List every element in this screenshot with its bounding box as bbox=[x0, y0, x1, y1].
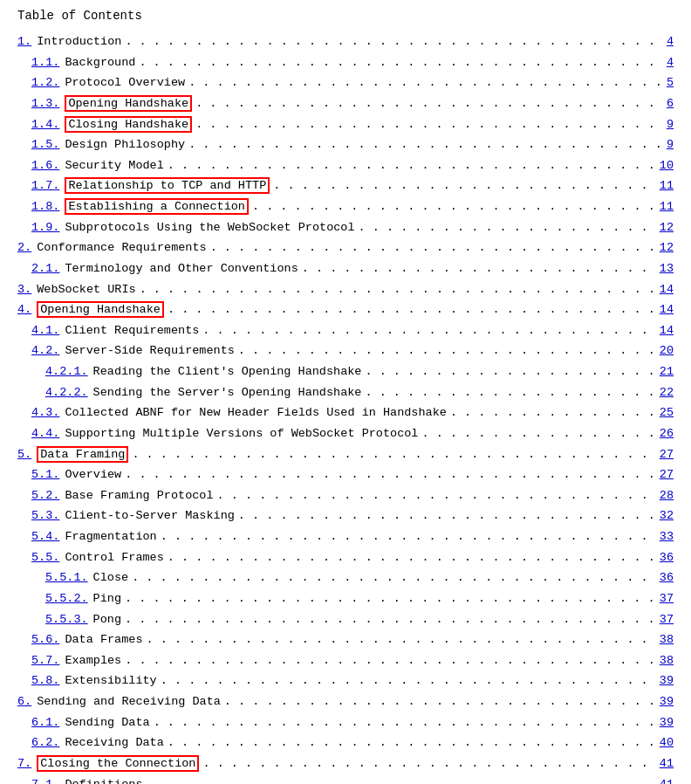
toc-number[interactable]: 1.2. bbox=[31, 72, 59, 93]
toc-number[interactable]: 4.2.1. bbox=[45, 361, 88, 382]
toc-page[interactable]: 14 bbox=[660, 299, 674, 320]
toc-number[interactable]: 5.4. bbox=[31, 526, 59, 547]
toc-page[interactable]: 41 bbox=[660, 774, 674, 785]
toc-number[interactable]: 4.1. bbox=[31, 320, 59, 341]
toc-number[interactable]: 1.9. bbox=[31, 217, 59, 238]
toc-page[interactable]: 10 bbox=[660, 155, 674, 176]
toc-row: 6.2.Receiving Data . . . . . . . . . . .… bbox=[17, 732, 674, 753]
toc-row: 6.Sending and Receiving Data . . . . . .… bbox=[17, 691, 674, 712]
toc-page[interactable]: 14 bbox=[660, 279, 674, 300]
toc-label: Subprotocols Using the WebSocket Protoco… bbox=[65, 217, 354, 238]
toc-number[interactable]: 5.5.1. bbox=[45, 567, 88, 588]
toc-number[interactable]: 1.6. bbox=[31, 155, 59, 176]
toc-dots: . . . . . . . . . . . . . . . . . . . . … bbox=[168, 155, 656, 176]
toc-page[interactable]: 20 bbox=[660, 340, 674, 361]
toc-label-boxed: Closing Handshake bbox=[65, 116, 192, 133]
toc-number[interactable]: 3. bbox=[17, 279, 31, 300]
toc-page[interactable]: 21 bbox=[660, 361, 674, 382]
toc-page[interactable]: 41 bbox=[660, 753, 674, 774]
toc-page[interactable]: 32 bbox=[660, 505, 674, 526]
toc-number[interactable]: 5.3. bbox=[31, 505, 59, 526]
toc-row: 5.5.3.Pong . . . . . . . . . . . . . . .… bbox=[17, 609, 674, 630]
toc-page[interactable]: 13 bbox=[660, 258, 674, 279]
toc-dots: . . . . . . . . . . . . . . . . . . . . … bbox=[168, 547, 656, 568]
toc-number[interactable]: 5.5.2. bbox=[45, 588, 88, 609]
toc-number[interactable]: 4.4. bbox=[31, 423, 59, 444]
toc-page[interactable]: 12 bbox=[660, 217, 674, 238]
toc-number[interactable]: 1.3. bbox=[31, 93, 59, 114]
toc-page[interactable]: 33 bbox=[660, 526, 674, 547]
toc-label: Design Philosophy bbox=[65, 134, 185, 155]
toc-number[interactable]: 6.2. bbox=[31, 732, 59, 753]
toc-number[interactable]: 5.5. bbox=[31, 547, 59, 568]
toc-row: 2.Conformance Requirements . . . . . . .… bbox=[17, 237, 674, 258]
toc-number[interactable]: 2. bbox=[17, 237, 31, 258]
toc-page[interactable]: 14 bbox=[660, 320, 674, 341]
toc-page[interactable]: 36 bbox=[660, 547, 674, 568]
toc-row: 5.8.Extensibility . . . . . . . . . . . … bbox=[17, 671, 674, 691]
toc-page[interactable]: 4 bbox=[667, 52, 674, 73]
toc-label: Conformance Requirements bbox=[37, 237, 206, 258]
toc-number[interactable]: 2.1. bbox=[31, 258, 59, 279]
toc-page[interactable]: 38 bbox=[660, 650, 674, 671]
toc-page[interactable]: 12 bbox=[660, 237, 674, 258]
toc-label: Protocol Overview bbox=[65, 72, 185, 93]
toc-dots: . . . . . . . . . . . . . . . . . . . . … bbox=[365, 382, 655, 403]
toc-number[interactable]: 1.5. bbox=[31, 134, 59, 155]
toc-number[interactable]: 1.8. bbox=[31, 196, 59, 217]
toc-page[interactable]: 11 bbox=[660, 175, 674, 196]
toc-number[interactable]: 7. bbox=[17, 753, 31, 774]
toc-page[interactable]: 36 bbox=[660, 567, 674, 588]
toc-number[interactable]: 1. bbox=[17, 31, 31, 52]
toc-page[interactable]: 38 bbox=[660, 629, 674, 650]
toc-row: 7.Closing the Connection . . . . . . . .… bbox=[17, 753, 674, 774]
toc-dots: . . . . . . . . . . . . . . . . . . . . … bbox=[195, 93, 663, 114]
toc-number[interactable]: 6. bbox=[17, 691, 31, 712]
toc-page[interactable]: 39 bbox=[660, 671, 674, 691]
toc-number[interactable]: 4. bbox=[17, 299, 31, 320]
toc-label: Client-to-Server Masking bbox=[65, 505, 234, 526]
toc-number[interactable]: 4.3. bbox=[31, 402, 59, 423]
toc-number[interactable]: 6.1. bbox=[31, 712, 59, 733]
toc-number[interactable]: 5.1. bbox=[31, 464, 59, 485]
toc-page[interactable]: 39 bbox=[660, 691, 674, 712]
toc-page[interactable]: 9 bbox=[667, 114, 674, 135]
toc-row: 7.1.Definitions . . . . . . . . . . . . … bbox=[17, 774, 674, 785]
toc-label: Close bbox=[93, 567, 129, 588]
toc-number[interactable]: 1.7. bbox=[31, 175, 59, 196]
toc-page[interactable]: 25 bbox=[660, 402, 674, 423]
toc-page[interactable]: 37 bbox=[660, 609, 674, 630]
toc-number[interactable]: 5.2. bbox=[31, 485, 59, 506]
toc-number[interactable]: 7.1. bbox=[31, 774, 59, 785]
toc-number[interactable]: 1.1. bbox=[31, 52, 59, 73]
toc-dots: . . . . . . . . . . . . . . . . . . . . … bbox=[132, 444, 655, 465]
toc-number[interactable]: 4.2. bbox=[31, 340, 59, 361]
toc-row: 5.5.2.Ping . . . . . . . . . . . . . . .… bbox=[17, 588, 674, 609]
toc-row: 4.1.Client Requirements . . . . . . . . … bbox=[17, 320, 674, 341]
toc-page[interactable]: 28 bbox=[660, 485, 674, 506]
toc-dots: . . . . . . . . . . . . . . . . . . . . … bbox=[202, 753, 655, 774]
toc-page[interactable]: 27 bbox=[660, 464, 674, 485]
toc-page[interactable]: 11 bbox=[660, 196, 674, 217]
toc-number[interactable]: 5.8. bbox=[31, 671, 59, 691]
toc-number[interactable]: 5.6. bbox=[31, 629, 59, 650]
toc-dots: . . . . . . . . . . . . . . . . . . . . … bbox=[125, 650, 656, 671]
toc-page[interactable]: 26 bbox=[660, 423, 674, 444]
toc-page[interactable]: 40 bbox=[660, 732, 674, 753]
toc-page[interactable]: 5 bbox=[667, 72, 674, 93]
toc-page[interactable]: 39 bbox=[660, 712, 674, 733]
toc-page[interactable]: 9 bbox=[667, 134, 674, 155]
toc-page[interactable]: 37 bbox=[660, 588, 674, 609]
toc-page[interactable]: 27 bbox=[660, 444, 674, 465]
toc-label: Control Frames bbox=[65, 547, 163, 568]
toc-number[interactable]: 5.7. bbox=[31, 650, 59, 671]
toc-number[interactable]: 1.4. bbox=[31, 114, 59, 135]
toc-number[interactable]: 5. bbox=[17, 444, 31, 465]
toc-number[interactable]: 4.2.2. bbox=[45, 382, 88, 403]
toc-label: Examples bbox=[65, 650, 121, 671]
toc-number[interactable]: 5.5.3. bbox=[45, 609, 88, 630]
toc-page[interactable]: 6 bbox=[667, 93, 674, 114]
toc-page[interactable]: 22 bbox=[660, 382, 674, 403]
toc-row: 1.2.Protocol Overview . . . . . . . . . … bbox=[17, 72, 674, 93]
toc-page[interactable]: 4 bbox=[667, 31, 674, 52]
